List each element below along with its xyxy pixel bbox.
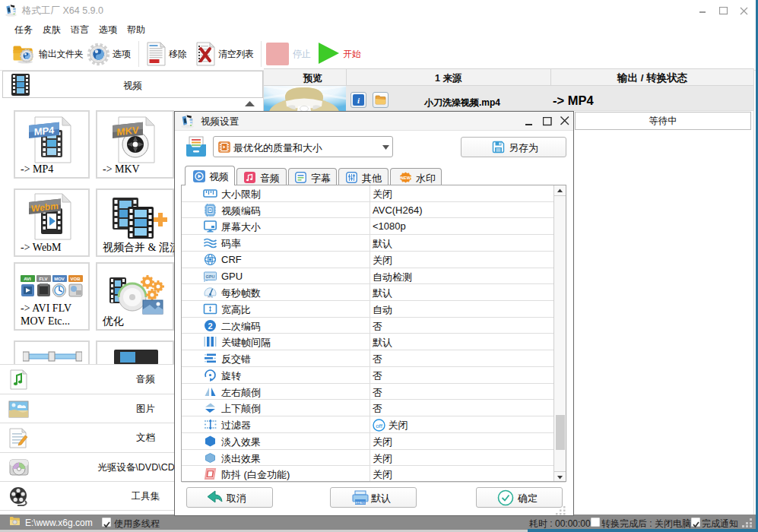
svg-text:FPS: FPS (208, 296, 213, 299)
svg-text:GPU: GPU (206, 274, 215, 278)
svg-text:NEW: NEW (401, 176, 411, 180)
svg-text:VOB: VOB (70, 277, 81, 281)
svg-text:FLV: FLV (40, 277, 48, 281)
svg-text:DEFAULT: DEFAULT (354, 501, 367, 505)
svg-text:MP4: MP4 (34, 124, 55, 138)
svg-text:MKV: MKV (117, 124, 139, 138)
svg-text:2: 2 (208, 321, 212, 330)
svg-text:MOV: MOV (54, 277, 65, 281)
svg-text:off: off (376, 423, 383, 429)
svg-text:AVI: AVI (24, 277, 31, 281)
